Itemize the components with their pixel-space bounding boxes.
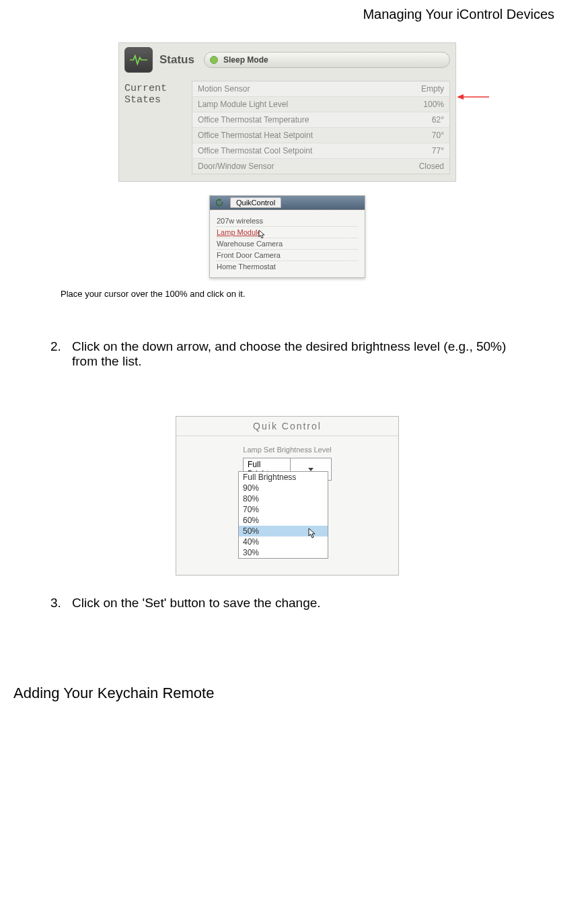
state-row[interactable]: Office Thermostat Cool Setpoint 77°	[192, 143, 449, 159]
state-name: Door/Window Sensor	[198, 162, 274, 171]
state-row[interactable]: Office Thermostat Heat Setpoint 70°	[192, 128, 449, 143]
state-row[interactable]: Door/Window Sensor Closed	[192, 159, 449, 174]
states-table: Motion Sensor Empty Lamp Module Light Le…	[192, 81, 450, 174]
quikcontrol-tab[interactable]: QuikControl	[230, 197, 281, 208]
status-bar: Status Sleep Mode	[119, 43, 455, 77]
quikcontrol-list: 207w wireless Lamp Module Warehouse Came…	[210, 210, 365, 277]
sleep-mode-pill[interactable]: Sleep Mode	[204, 52, 450, 68]
brightness-option[interactable]: Full Brightness	[239, 472, 328, 483]
status-pulse-icon	[124, 47, 153, 73]
sleep-dot-icon	[210, 56, 218, 64]
step-text: Click on the 'Set' button to save the ch…	[72, 596, 534, 611]
step-number: 3.	[50, 596, 72, 611]
quikcontrol-item[interactable]: Front Door Camera	[217, 250, 358, 261]
quikcontrol-titlebar: QuikControl	[210, 196, 365, 210]
state-value[interactable]: 100%	[423, 100, 444, 109]
figure-caption: Place your cursor over the 100% and clic…	[61, 289, 561, 299]
status-label: Status	[159, 53, 194, 67]
page-header-title: Managing Your iControl Devices	[13, 7, 554, 22]
state-row[interactable]: Office Thermostat Temperature 62°	[192, 112, 449, 128]
brightness-option[interactable]: 60%	[239, 515, 328, 526]
state-value: 77°	[432, 146, 444, 155]
step-number: 2.	[50, 339, 72, 369]
brightness-options-list: Full Brightness 90% 80% 70% 60% 50% 40% …	[238, 471, 328, 559]
status-panel: Status Sleep Mode Current States Motion …	[118, 42, 456, 182]
quikcontrol-item[interactable]: Warehouse Camera	[217, 238, 358, 250]
state-value: Empty	[421, 84, 444, 94]
brightness-option[interactable]: 80%	[239, 493, 328, 504]
state-row[interactable]: Motion Sensor Empty	[192, 81, 449, 97]
step-2: 2. Click on the down arrow, and choose t…	[50, 339, 534, 369]
sleep-mode-text: Sleep Mode	[223, 55, 268, 65]
brightness-option[interactable]: 30%	[239, 547, 328, 558]
state-name: Motion Sensor	[198, 84, 250, 94]
state-name: Office Thermostat Heat Setpoint	[198, 131, 313, 140]
state-row[interactable]: Lamp Module Light Level 100%	[192, 97, 449, 112]
svg-marker-1	[457, 94, 464, 100]
refresh-icon[interactable]	[214, 197, 225, 208]
quikcontrol-item-lamp-module[interactable]: Lamp Module	[217, 227, 358, 238]
step-text: Click on the down arrow, and choose the …	[72, 339, 534, 369]
brightness-panel: Quik Control Lamp Set Brightness Level F…	[176, 416, 399, 576]
quikcontrol-popup: QuikControl 207w wireless Lamp Module Wa…	[209, 195, 365, 278]
current-states-label: Current States	[124, 81, 192, 174]
state-value: 62°	[432, 115, 444, 125]
brightness-option[interactable]: 90%	[239, 483, 328, 493]
cursor-icon	[258, 230, 266, 240]
quikcontrol-item[interactable]: 207w wireless	[217, 215, 358, 227]
section-heading: Adding Your Keychain Remote	[13, 685, 561, 702]
brightness-field-label: Lamp Set Brightness Level	[176, 446, 398, 454]
cursor-icon	[308, 528, 318, 541]
step-3: 3. Click on the 'Set' button to save the…	[50, 596, 534, 611]
callout-arrow-icon	[457, 92, 489, 92]
state-value: Closed	[419, 162, 444, 171]
state-value: 70°	[432, 131, 444, 140]
brightness-panel-title: Quik Control	[176, 417, 398, 436]
brightness-option[interactable]: 70%	[239, 504, 328, 515]
state-name: Lamp Module Light Level	[198, 100, 288, 109]
quikcontrol-item[interactable]: Home Thermostat	[217, 261, 358, 272]
state-name: Office Thermostat Temperature	[198, 115, 309, 125]
quikcontrol-item-label: Lamp Module	[217, 228, 262, 236]
state-name: Office Thermostat Cool Setpoint	[198, 146, 312, 155]
